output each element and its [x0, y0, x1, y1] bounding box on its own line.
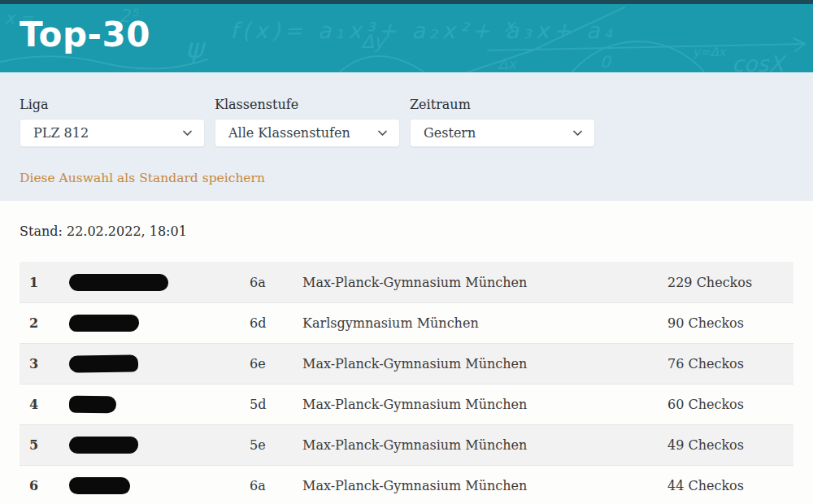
- class-cell: 6e: [250, 356, 302, 371]
- rank-cell: 6: [20, 478, 69, 493]
- redacted-name: [69, 396, 116, 414]
- score-cell: 90 Checkos: [667, 315, 793, 331]
- table-row: 36eMax-Planck-Gymnasium München76 Checko…: [20, 343, 793, 384]
- leaderboard-table: 16aMax-Planck-Gymnasium München229 Check…: [20, 262, 793, 504]
- rank-cell: 4: [20, 397, 69, 412]
- zeitraum-label: Zeitraum: [410, 97, 595, 112]
- klassenstufe-select[interactable]: Alle Klassenstufen: [215, 119, 400, 147]
- liga-label: Liga: [20, 97, 205, 112]
- class-cell: 5e: [250, 437, 302, 453]
- school-cell: Max-Planck-Gymnasium München: [302, 356, 667, 371]
- table-row: 16aMax-Planck-Gymnasium München229 Check…: [20, 262, 793, 302]
- class-cell: 5d: [250, 397, 302, 412]
- table-row: 45dMax-Planck-Gymnasium München60 Checko…: [20, 384, 793, 424]
- zeitraum-select[interactable]: Gestern: [410, 119, 595, 147]
- chevron-down-icon: [182, 128, 193, 138]
- name-cell: [69, 355, 250, 372]
- redacted-name: [69, 437, 138, 454]
- chevron-down-icon: [572, 128, 583, 138]
- filter-row: Liga PLZ 812 Klassenstufe Alle Klassenst…: [20, 97, 793, 147]
- name-cell: [69, 396, 250, 413]
- rank-cell: 2: [20, 315, 69, 331]
- page-header: f(x)= a₁x³+ a₂x²+ a₃x+ a₄ x = 2⁵ ψ Δy x …: [0, 4, 813, 72]
- name-cell: [69, 274, 250, 291]
- class-cell: 6d: [250, 315, 302, 331]
- liga-select-value: PLZ 812: [33, 125, 89, 141]
- chevron-down-icon: [377, 128, 388, 138]
- klassenstufe-select-value: Alle Klassenstufen: [228, 125, 350, 141]
- redacted-name: [69, 274, 168, 291]
- zeitraum-select-value: Gestern: [424, 125, 476, 141]
- class-cell: 6a: [250, 478, 302, 493]
- school-cell: Karlsgymnasium München: [302, 315, 667, 331]
- leaderboard-content: Stand: 22.02.2022, 18:01 16aMax-Planck-G…: [0, 224, 813, 504]
- name-cell: [69, 437, 250, 454]
- filter-panel: Liga PLZ 812 Klassenstufe Alle Klassenst…: [0, 72, 813, 201]
- table-row: 55eMax-Planck-Gymnasium München49 Checko…: [20, 424, 793, 465]
- score-cell: 49 Checkos: [667, 437, 793, 453]
- score-cell: 76 Checkos: [667, 356, 793, 371]
- rank-cell: 5: [20, 437, 69, 453]
- doodle-text: 0: [600, 52, 612, 72]
- rank-cell: 3: [20, 356, 69, 371]
- rank-cell: 1: [20, 275, 69, 290]
- school-cell: Max-Planck-Gymnasium München: [302, 397, 667, 412]
- school-cell: Max-Planck-Gymnasium München: [302, 478, 667, 493]
- class-cell: 6a: [250, 275, 302, 290]
- filter-field-klassenstufe: Klassenstufe Alle Klassenstufen: [215, 97, 400, 147]
- filter-field-liga: Liga PLZ 812: [20, 97, 205, 147]
- school-cell: Max-Planck-Gymnasium München: [302, 437, 667, 453]
- name-cell: [69, 477, 250, 494]
- score-cell: 44 Checkos: [667, 478, 793, 493]
- save-default-link[interactable]: Diese Auswahl als Standard speichern: [20, 171, 265, 185]
- doodle-text: Δx: [498, 55, 518, 72]
- redacted-name: [69, 315, 139, 332]
- liga-select[interactable]: PLZ 812: [20, 119, 205, 147]
- score-cell: 60 Checkos: [667, 397, 793, 412]
- doodle-text: cosX: [732, 51, 787, 72]
- redacted-name: [69, 477, 130, 494]
- page-title: Top-30: [0, 4, 813, 52]
- klassenstufe-label: Klassenstufe: [215, 97, 400, 112]
- table-row: 26dKarlsgymnasium München90 Checkos: [20, 302, 793, 343]
- status-line: Stand: 22.02.2022, 18:01: [20, 224, 793, 239]
- redacted-name: [69, 354, 138, 372]
- name-cell: [69, 315, 250, 332]
- school-cell: Max-Planck-Gymnasium München: [302, 275, 667, 290]
- table-row: 66aMax-Planck-Gymnasium München44 Checko…: [20, 465, 793, 504]
- filter-field-zeitraum: Zeitraum Gestern: [410, 97, 595, 147]
- score-cell: 229 Checkos: [667, 275, 793, 290]
